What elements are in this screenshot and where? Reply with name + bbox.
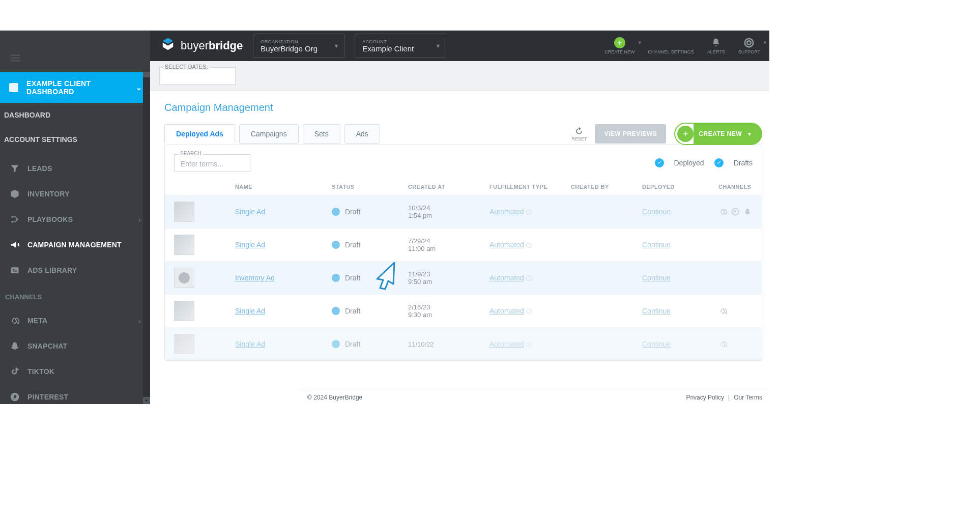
logo: buyerbridge xyxy=(159,36,243,55)
subbar: SELECT DATES: xyxy=(150,61,769,91)
support-button[interactable]: SUPPORT ▼ xyxy=(738,37,760,54)
fulfillment-link[interactable]: Automated xyxy=(489,208,524,216)
legend-drafts-toggle[interactable]: Drafts xyxy=(734,159,753,167)
ad-name-link[interactable]: Single Ad xyxy=(235,208,265,216)
caret-down-icon: ▼ xyxy=(333,43,339,49)
ad-name-link[interactable]: Inventory Ad xyxy=(235,274,275,282)
ad-thumbnail xyxy=(174,268,194,288)
cube-icon xyxy=(9,188,20,199)
account-selector[interactable]: ACCOUNT Example Client ▼ xyxy=(355,34,446,58)
col-deployed[interactable]: DEPLOYED xyxy=(642,184,718,190)
col-created-at[interactable]: CREATED AT xyxy=(408,184,489,190)
date-range-picker[interactable]: SELECT DATES: xyxy=(159,67,236,84)
col-fulfillment[interactable]: FULFILLMENT TYPE xyxy=(489,184,571,190)
sidebar-item-campaign-management[interactable]: CAMPAIGN MANAGEMENT xyxy=(0,232,150,258)
logo-text: buyerbridge xyxy=(181,39,243,52)
svg-rect-3 xyxy=(11,267,19,273)
continue-link[interactable]: Continue xyxy=(642,340,671,348)
col-status[interactable]: STATUS xyxy=(332,184,408,190)
search-input[interactable]: SEARCH Enter terms... xyxy=(174,154,250,172)
footer: © 2024 BuyerBridge Privacy Policy | Our … xyxy=(300,390,769,404)
content: Campaign Management Deployed Ads Campaig… xyxy=(150,91,769,404)
col-name[interactable]: NAME xyxy=(235,184,332,190)
fulfillment-link[interactable]: Automated xyxy=(489,340,524,348)
topbar: buyerbridge ORGANIZATION BuyerBridge Org… xyxy=(150,31,769,61)
tab-deployed-ads[interactable]: Deployed Ads xyxy=(164,124,235,144)
reset-button[interactable]: RESET xyxy=(571,126,587,141)
create-new-button[interactable]: CREATE NEW ▼ xyxy=(604,37,635,54)
channels-cell xyxy=(718,306,769,316)
status-dot-icon xyxy=(332,307,340,315)
main: buyerbridge ORGANIZATION BuyerBridge Org… xyxy=(150,31,769,404)
create-new-pill[interactable]: CREATE NEW ▼ xyxy=(674,123,762,145)
continue-link[interactable]: Continue xyxy=(642,208,671,216)
svg-point-5 xyxy=(745,39,754,47)
sidebar: EXAMPLE CLIENT DASHBOARD ⌄ DASHBOARD ACC… xyxy=(0,31,150,404)
organization-selector[interactable]: ORGANIZATION BuyerBridge Org ▼ xyxy=(253,34,344,58)
status-dot-icon xyxy=(332,208,340,216)
fulfillment-link[interactable]: Automated xyxy=(489,274,524,282)
meta-icon xyxy=(718,339,728,349)
sidebar-item-meta[interactable]: META › xyxy=(0,308,150,333)
caret-down-icon: ▼ xyxy=(638,40,642,45)
info-icon: ⓘ xyxy=(526,275,532,281)
sidebar-item-leads[interactable]: LEADS xyxy=(0,156,150,181)
sidebar-active-dashboard[interactable]: EXAMPLE CLIENT DASHBOARD ⌄ xyxy=(0,72,150,103)
continue-link[interactable]: Continue xyxy=(642,274,671,282)
chevron-down-icon: ⌄ xyxy=(136,83,142,92)
snapchat-icon xyxy=(9,340,20,352)
megaphone-icon xyxy=(9,239,20,250)
ad-thumbnail xyxy=(174,202,194,222)
continue-link[interactable]: Continue xyxy=(642,307,671,315)
sidebar-item-pinterest[interactable]: PINTEREST xyxy=(0,384,150,410)
continue-link[interactable]: Continue xyxy=(642,241,671,249)
sidebar-item-playbooks[interactable]: PLAYBOOKS › xyxy=(0,207,150,232)
sidebar-active-label: EXAMPLE CLIENT DASHBOARD xyxy=(26,79,136,96)
terms-link[interactable]: Our Terms xyxy=(734,394,762,401)
snowflake-icon xyxy=(666,37,677,48)
hamburger-menu-button[interactable] xyxy=(5,48,25,68)
channel-settings-button[interactable]: CHANNEL SETTINGS xyxy=(648,37,694,54)
sidebar-item-account-settings[interactable]: ACCOUNT SETTINGS xyxy=(0,127,150,152)
legend-deployed-toggle[interactable]: Deployed xyxy=(674,159,704,167)
ad-name-link[interactable]: Single Ad xyxy=(235,340,265,348)
privacy-link[interactable]: Privacy Policy xyxy=(686,394,724,401)
refresh-icon xyxy=(574,126,584,136)
fulfillment-link[interactable]: Automated xyxy=(489,307,524,315)
tab-campaigns[interactable]: Campaigns xyxy=(239,124,299,144)
ad-name-link[interactable]: Single Ad xyxy=(235,241,265,249)
sidebar-item-tiktok[interactable]: TIKTOK xyxy=(0,359,150,384)
sidebar-item-ads-library[interactable]: ADS LIBRARY xyxy=(0,258,150,283)
info-icon: ⓘ xyxy=(526,242,532,248)
tabs: Deployed Ads Campaigns Sets Ads xyxy=(164,124,380,144)
caret-down-icon: ▼ xyxy=(763,40,767,45)
col-created-by[interactable]: CREATED BY xyxy=(571,184,642,190)
copyright: © 2024 BuyerBridge xyxy=(307,394,362,401)
chevron-right-icon: › xyxy=(138,317,141,325)
filter-row: SEARCH Enter terms... Deployed Drafts xyxy=(165,151,762,179)
sidebar-item-dashboard[interactable]: DASHBOARD xyxy=(0,103,150,127)
table-row: Inventory Ad Draft 11/9/239:50 am Automa… xyxy=(165,261,762,294)
ad-name-link[interactable]: Single Ad xyxy=(235,307,265,315)
alerts-button[interactable]: ALERTS xyxy=(707,37,725,54)
status-dot-icon xyxy=(332,274,340,282)
tab-ads[interactable]: Ads xyxy=(344,124,380,144)
meta-icon xyxy=(718,207,728,216)
tabs-row: Deployed Ads Campaigns Sets Ads RESET VI… xyxy=(164,123,762,145)
table-row: Single Ad Draft 7/29/2411:00 am Automate… xyxy=(165,228,762,261)
caret-down-icon: ▼ xyxy=(435,43,441,49)
plus-icon xyxy=(677,126,694,142)
bell-icon xyxy=(710,37,722,48)
table-body: Single Ad Draft 10/3/241:54 pm Automated… xyxy=(165,195,762,360)
pinterest-icon xyxy=(9,391,20,403)
table-header: NAME STATUS CREATED AT FULFILLMENT TYPE … xyxy=(165,179,762,195)
channels-cell xyxy=(718,207,769,216)
sidebar-item-inventory[interactable]: INVENTORY xyxy=(0,181,150,207)
col-channels[interactable]: CHANNELS xyxy=(718,184,769,190)
sidebar-scrollbar[interactable]: ▼ xyxy=(143,72,150,404)
tab-sets[interactable]: Sets xyxy=(303,124,340,144)
fulfillment-link[interactable]: Automated xyxy=(489,241,524,249)
view-previews-button[interactable]: VIEW PREVIEWS xyxy=(595,124,666,144)
tiktok-icon xyxy=(9,366,20,377)
sidebar-item-snapchat[interactable]: SNAPCHAT xyxy=(0,333,150,359)
